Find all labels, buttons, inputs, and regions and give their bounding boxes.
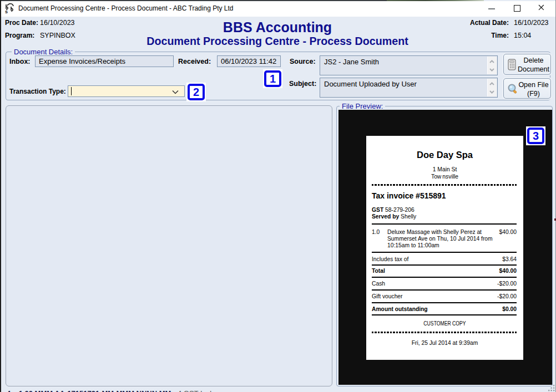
svg-text:s: s <box>5 9 8 14</box>
